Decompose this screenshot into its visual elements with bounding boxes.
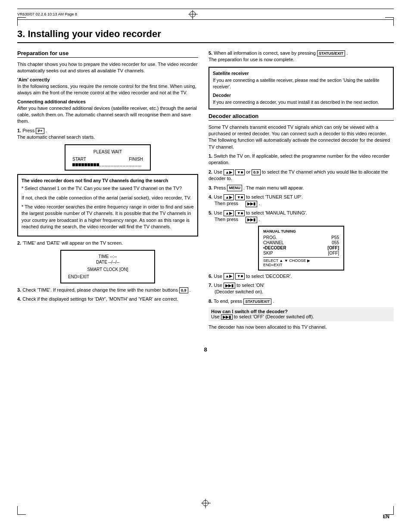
final-text: The decoder has now been allocated to th… xyxy=(209,324,394,330)
screen1-please-wait: PLEASE WAIT xyxy=(93,149,122,154)
screen1-finish: FINISH xyxy=(129,157,143,162)
satellite-text: If you are connecting a satellite receiv… xyxy=(213,77,389,91)
decoder-step2-text: Use xyxy=(214,169,222,174)
info-box: Satellite receiver If you are connecting… xyxy=(209,67,394,109)
decoder-step4: 4. Use ▲▶ ▼■ to select 'TUNER SET UP'. T… xyxy=(209,194,394,207)
decoder-step2: 2. Use ▲▶ ▼■ or 0.9 to select the TV cha… xyxy=(209,169,394,182)
decoder-step7-btn1: ▶▶▮ xyxy=(224,283,235,289)
decoder-step8-button: STATUS/EXIT xyxy=(243,299,271,305)
step1-text2: . xyxy=(46,128,47,133)
corner-mark-tr xyxy=(385,17,394,26)
decoder-step5-btn3: ▶▶▮ xyxy=(246,217,257,223)
mt-decoder-label: •DECODER xyxy=(263,246,298,250)
mt-row-prog: PROG. P55 xyxy=(263,235,339,240)
decoder-step5-num: 5. xyxy=(209,210,212,215)
decoder-step4-text2: to select 'TUNER SET UP'. xyxy=(246,194,303,199)
right-step5-button: STATUS/EXIT xyxy=(317,50,345,57)
right-step5: 5. When all information is correct, save… xyxy=(209,50,394,63)
screen2-time: TIME --:-- xyxy=(68,254,147,259)
page-title: 3. Installing your video recorder xyxy=(17,28,394,43)
decoder-step6-btn1: ▲▶ xyxy=(224,273,234,280)
decoder-step4-num: 4. xyxy=(209,194,212,199)
decoder-step6-text2: to select 'DECODER'. xyxy=(246,274,292,279)
screen2-date: DATE --/--/-- xyxy=(68,260,147,264)
step1-subtext: The automatic channel search starts. xyxy=(17,134,95,140)
howto-box: How can I switch off the decoder? Use ▶▶… xyxy=(209,307,394,321)
decoder-step1-text: Switch the TV on. If applicable, select … xyxy=(209,153,389,165)
right-step5-text: When all information is correct, save by… xyxy=(214,50,316,56)
decoder-step4-text3: . xyxy=(258,201,260,206)
mt-skip-val: [OFF] xyxy=(328,251,339,255)
step1-button: P+ xyxy=(36,128,44,134)
warning-line2: If not, check the cable connection of th… xyxy=(22,195,194,201)
decoder-step2-num: 2. xyxy=(209,169,212,174)
decoder-step5-subtext: Then press xyxy=(215,217,238,222)
decoder-step1: 1. Switch the TV on. If applicable, sele… xyxy=(209,153,394,166)
mt-footer: SELECT ▲ ▼ CHOOSE ▶ END=EXIT xyxy=(263,257,339,267)
mt-skip-label: SKIP xyxy=(263,251,298,255)
decoder-step6-num: 6. xyxy=(209,274,212,279)
subsection1-title: 'Aim' correctly xyxy=(17,77,198,82)
right-step5-subtext: The preparation for use is now complete. xyxy=(209,57,294,62)
decoder-step4-btn1: ▲▶ xyxy=(224,194,234,201)
decoder-step4-text: Use xyxy=(214,194,222,199)
corner-mark-bl xyxy=(17,506,26,515)
mt-row-channel: CHANNEL 055 xyxy=(263,240,339,245)
decoder-step3: 3. Press MENU . The main menu will appea… xyxy=(209,185,394,191)
decoder-step4-btn2: ▼■ xyxy=(235,194,245,201)
decoder-step7-subtext: (Decoder switched on). xyxy=(215,289,263,294)
decoder-step6-text: Use xyxy=(214,274,222,279)
decoder-step5-text3: . xyxy=(258,217,260,222)
decoder-step7-text2: to select 'ON' xyxy=(237,283,265,288)
decoder-step4-btn3: ▶▶▮ xyxy=(246,201,257,207)
decoder-step3-text: Press xyxy=(214,185,226,190)
right-step5-num: 5. xyxy=(209,50,212,56)
decoder-step8-text2: . xyxy=(273,299,274,304)
step4: 4. Check if the displayed settings for '… xyxy=(17,296,198,302)
decoder-step6-btn2: ▼■ xyxy=(235,273,245,280)
step4-text: Check if the displayed settings for 'DAY… xyxy=(22,296,178,302)
step3-button: 0.9 xyxy=(179,287,188,294)
decoder-step5-text: Use xyxy=(214,210,222,215)
decoder-step6: 6. Use ▲▶ ▼■ to select 'DECODER'. xyxy=(209,273,394,280)
decoder-step3-text2: . The main menu will appear. xyxy=(243,185,304,190)
step3-text2: . xyxy=(190,287,191,292)
step2-num: 2. xyxy=(17,240,21,246)
manual-tuning-screen: MANUAL TUNING PROG. P55 CHANNEL 055 •DEC… xyxy=(258,226,344,271)
mt-title: MANUAL TUNING xyxy=(263,229,339,233)
step4-num: 4. xyxy=(17,296,21,302)
satellite-title: Satellite receiver xyxy=(213,71,249,76)
corner-mark-br xyxy=(385,506,394,515)
decoder-step7: 7. Use ▶▶▮ to select 'ON' (Decoder switc… xyxy=(209,282,394,296)
page-lang: EN xyxy=(383,514,389,519)
section1-intro: This chapter shows you how to prepare th… xyxy=(17,61,198,75)
right-column: 5. When all information is correct, save… xyxy=(209,50,394,333)
decoder-step8-num: 8. xyxy=(209,299,212,304)
howto-text: Use xyxy=(211,314,220,319)
screen2-end-exit: END=EXIT xyxy=(68,274,147,279)
page-number: 8 xyxy=(17,346,394,353)
decoder-step2-or: or xyxy=(246,169,252,174)
step3-text: Check 'TIME'. If required, please change… xyxy=(22,287,178,292)
screen2-smart-clock: SMART CLOCK [ON] xyxy=(68,267,147,272)
screen1: PLEASE WAIT START FINISH xyxy=(65,144,151,171)
step2-text: 'TIME' and 'DATE' will appear on the TV … xyxy=(22,240,123,246)
decoder-step1-num: 1. xyxy=(209,153,212,159)
step1: 1. Press P+ . The automatic channel sear… xyxy=(17,128,198,141)
left-column: Preparation for use This chapter shows y… xyxy=(17,50,198,333)
decoder-step3-button: MENU xyxy=(227,185,242,191)
decoder-step7-text: Use xyxy=(214,283,222,288)
decoder-step2-btn3: 0.9 xyxy=(252,169,261,176)
step1-num: 1. xyxy=(17,128,21,133)
mt-channel-label: CHANNEL xyxy=(263,240,298,245)
howto-btn: ▶▶▮ xyxy=(221,314,233,320)
howto-text2: to select 'OFF' (Decoder switched off). xyxy=(234,314,314,319)
subsection2-text: After you have connected additional devi… xyxy=(17,105,198,125)
mt-prog-val: P55 xyxy=(331,235,339,240)
decoder-text: If you are connecting a decoder, you mus… xyxy=(213,99,389,106)
mt-channel-val: 055 xyxy=(332,240,339,245)
corner-mark-tl xyxy=(17,17,26,26)
decoder-step7-num: 7. xyxy=(209,283,212,288)
decoder-step4-subtext: Then press xyxy=(215,201,238,206)
progress-bar xyxy=(72,163,143,166)
